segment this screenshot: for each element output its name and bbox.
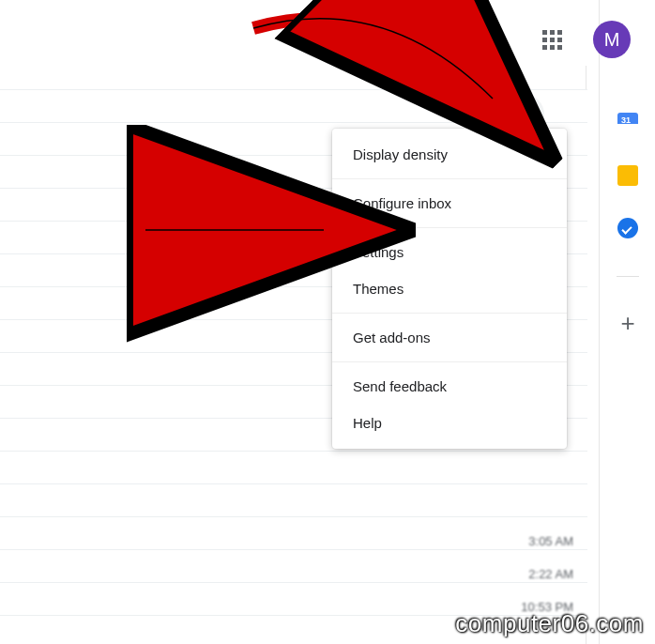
side-separator <box>617 276 639 277</box>
menu-item-label: Configure inbox <box>353 195 451 211</box>
menu-item-label: Display density <box>353 146 448 162</box>
menu-item-help[interactable]: Help <box>332 405 567 441</box>
menu-item-label: Settings <box>353 244 404 260</box>
menu-separator <box>332 178 567 179</box>
keep-icon[interactable] <box>617 165 638 186</box>
menu-separator <box>332 361 567 362</box>
header <box>0 0 599 66</box>
email-time: 3:05 AM <box>528 534 573 548</box>
menu-item-send-feedback[interactable]: Send feedback <box>332 368 567 405</box>
side-panel: + <box>601 113 655 338</box>
menu-item-label: Get add-ons <box>353 330 431 345</box>
google-apps-icon[interactable] <box>542 30 563 51</box>
avatar-initial: M <box>604 29 620 51</box>
menu-item-settings[interactable]: Settings <box>332 234 567 270</box>
menu-item-themes[interactable]: Themes <box>332 270 567 307</box>
email-row[interactable] <box>0 516 587 550</box>
plus-icon: + <box>620 309 634 337</box>
menu-item-label: Help <box>353 415 382 431</box>
email-row[interactable] <box>0 549 587 583</box>
gear-icon <box>513 102 534 127</box>
tasks-icon[interactable] <box>617 218 638 238</box>
menu-item-display-density[interactable]: Display density <box>332 136 567 173</box>
email-row[interactable] <box>0 451 587 484</box>
email-row[interactable] <box>0 89 587 123</box>
email-time: 2:22 AM <box>528 567 573 581</box>
menu-item-get-addons[interactable]: Get add-ons <box>332 319 567 356</box>
watermark: computer06.com <box>455 609 644 638</box>
menu-separator <box>332 227 567 228</box>
menu-separator <box>332 313 567 314</box>
calendar-icon[interactable] <box>617 113 638 133</box>
add-addon-button[interactable]: + <box>620 309 634 338</box>
screenshot-stage: M 3:05 AM 2:22 AM 10:53 PM Display densi… <box>0 0 655 644</box>
menu-item-label: Send feedback <box>353 378 447 394</box>
settings-menu: Display density Configure inbox Settings… <box>332 129 567 449</box>
account-avatar[interactable]: M <box>593 21 631 58</box>
panel-divider <box>599 0 600 644</box>
menu-item-label: Themes <box>353 281 404 297</box>
email-row[interactable] <box>0 483 587 517</box>
menu-item-configure-inbox[interactable]: Configure inbox <box>332 185 567 222</box>
